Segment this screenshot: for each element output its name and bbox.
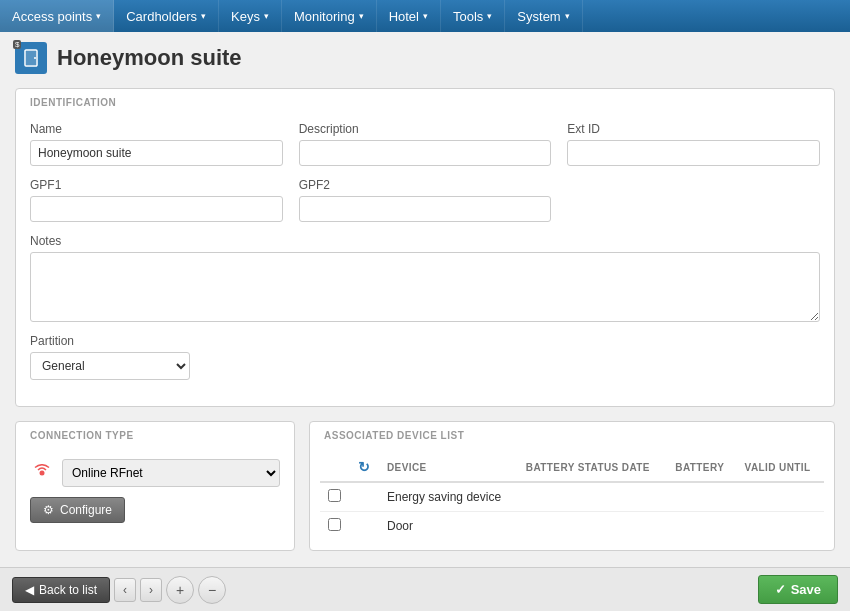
page-title: Honeymoon suite bbox=[57, 45, 242, 71]
row1-checkbox[interactable] bbox=[328, 489, 341, 502]
row1-device: Energy saving device bbox=[379, 482, 518, 512]
add-button[interactable]: + bbox=[166, 576, 194, 604]
back-to-list-label: Back to list bbox=[39, 583, 97, 597]
configure-label: Configure bbox=[60, 503, 112, 517]
door-icon bbox=[22, 49, 40, 67]
form-row-2: GPF1 GPF2 bbox=[30, 178, 820, 222]
nav-system-label: System bbox=[517, 9, 560, 24]
nav-hotel-chevron: ▾ bbox=[423, 11, 428, 21]
form-group-empty bbox=[567, 178, 820, 222]
row2-valid-until bbox=[737, 512, 824, 541]
nav-cardholders-chevron: ▾ bbox=[201, 11, 206, 21]
bottom-bar: ◀ Back to list ‹ › + − ✓ Save bbox=[0, 567, 850, 611]
col-header-battery: Battery bbox=[667, 453, 736, 482]
back-to-list-button[interactable]: ◀ Back to list bbox=[12, 577, 110, 603]
nav-monitoring-label: Monitoring bbox=[294, 9, 355, 24]
name-label: Name bbox=[30, 122, 283, 136]
col-header-refresh: ↻ bbox=[349, 453, 379, 482]
device-list-body: ↻ Device Battery Status Date Battery Val… bbox=[310, 445, 834, 550]
nav-keys[interactable]: Keys ▾ bbox=[219, 0, 282, 32]
delete-button[interactable]: − bbox=[198, 576, 226, 604]
row1-battery bbox=[667, 482, 736, 512]
device-table-head: ↻ Device Battery Status Date Battery Val… bbox=[320, 453, 824, 482]
row2-checkbox[interactable] bbox=[328, 518, 341, 531]
svg-point-2 bbox=[34, 57, 36, 59]
refresh-icon[interactable]: ↻ bbox=[358, 459, 370, 475]
connection-type-select[interactable]: Online RFnet Offline Wired bbox=[62, 459, 280, 487]
description-input[interactable] bbox=[299, 140, 552, 166]
form-group-notes: Notes bbox=[30, 234, 820, 322]
device-list-panel: Associated Device List ↻ Device Battery … bbox=[309, 421, 835, 551]
nav-monitoring[interactable]: Monitoring ▾ bbox=[282, 0, 377, 32]
back-arrow-icon: ◀ bbox=[25, 583, 34, 597]
nav-tools-chevron: ▾ bbox=[487, 11, 492, 21]
nav-keys-label: Keys bbox=[231, 9, 260, 24]
form-row-partition: Partition General Partition 1 Partition … bbox=[30, 334, 820, 380]
nav-tools[interactable]: Tools ▾ bbox=[441, 0, 505, 32]
lower-panels: Connection Type Online RFnet Offline bbox=[15, 421, 835, 565]
page-icon: $ bbox=[15, 42, 47, 74]
rfnet-icon bbox=[30, 464, 54, 482]
gpf1-input[interactable] bbox=[30, 196, 283, 222]
nav-access-points[interactable]: Access points ▾ bbox=[0, 0, 114, 32]
page-content: $ Honeymoon suite Identification Name De… bbox=[0, 32, 850, 611]
form-group-description: Description bbox=[299, 122, 552, 166]
save-label: Save bbox=[791, 582, 821, 597]
name-input[interactable] bbox=[30, 140, 283, 166]
nav-system[interactable]: System ▾ bbox=[505, 0, 582, 32]
device-list-section-label: Associated Device List bbox=[310, 422, 834, 445]
partition-select[interactable]: General Partition 1 Partition 2 bbox=[30, 352, 190, 380]
col-header-valid-until: Valid Until bbox=[737, 453, 824, 482]
form-group-gpf1: GPF1 bbox=[30, 178, 283, 222]
device-table-body: Energy saving device Door bbox=[320, 482, 824, 540]
col-header-check bbox=[320, 453, 349, 482]
configure-button[interactable]: ⚙ Configure bbox=[30, 497, 125, 523]
nav-hotel[interactable]: Hotel ▾ bbox=[377, 0, 441, 32]
nav-access-points-label: Access points bbox=[12, 9, 92, 24]
gpf2-input[interactable] bbox=[299, 196, 552, 222]
row2-device: Door bbox=[379, 512, 518, 541]
nav-access-points-chevron: ▾ bbox=[96, 11, 101, 21]
col-header-device: Device bbox=[379, 453, 518, 482]
ext-id-input[interactable] bbox=[567, 140, 820, 166]
identification-panel-body: Name Description Ext ID GPF1 bbox=[16, 112, 834, 406]
save-button[interactable]: ✓ Save bbox=[758, 575, 838, 604]
row2-refresh-cell bbox=[349, 512, 379, 541]
next-button[interactable]: › bbox=[140, 578, 162, 602]
row1-valid-until bbox=[737, 482, 824, 512]
navigation-bar: Access points ▾ Cardholders ▾ Keys ▾ Mon… bbox=[0, 0, 850, 32]
table-row: Door bbox=[320, 512, 824, 541]
device-table: ↻ Device Battery Status Date Battery Val… bbox=[320, 453, 824, 540]
table-row: Energy saving device bbox=[320, 482, 824, 512]
form-row-notes: Notes bbox=[30, 234, 820, 322]
page-icon-badge: $ bbox=[13, 40, 21, 49]
nav-hotel-label: Hotel bbox=[389, 9, 419, 24]
notes-textarea[interactable] bbox=[30, 252, 820, 322]
bottom-bar-left: ◀ Back to list ‹ › + − bbox=[12, 576, 226, 604]
nav-keys-chevron: ▾ bbox=[264, 11, 269, 21]
identification-panel: Identification Name Description Ext ID bbox=[15, 88, 835, 407]
gpf2-label: GPF2 bbox=[299, 178, 552, 192]
gpf1-label: GPF1 bbox=[30, 178, 283, 192]
device-table-header-row: ↻ Device Battery Status Date Battery Val… bbox=[320, 453, 824, 482]
row2-battery-status bbox=[518, 512, 668, 541]
nav-tools-label: Tools bbox=[453, 9, 483, 24]
row1-check-cell bbox=[320, 482, 349, 512]
description-label: Description bbox=[299, 122, 552, 136]
nav-system-chevron: ▾ bbox=[565, 11, 570, 21]
form-group-partition: Partition General Partition 1 Partition … bbox=[30, 334, 190, 380]
row2-check-cell bbox=[320, 512, 349, 541]
nav-monitoring-chevron: ▾ bbox=[359, 11, 364, 21]
form-group-name: Name bbox=[30, 122, 283, 166]
configure-gear-icon: ⚙ bbox=[43, 503, 54, 517]
connection-type-body: Online RFnet Offline Wired ⚙ Configure bbox=[16, 445, 294, 537]
form-row-1: Name Description Ext ID bbox=[30, 122, 820, 166]
prev-button[interactable]: ‹ bbox=[114, 578, 136, 602]
row1-battery-status bbox=[518, 482, 668, 512]
nav-cardholders[interactable]: Cardholders ▾ bbox=[114, 0, 219, 32]
form-group-ext-id: Ext ID bbox=[567, 122, 820, 166]
connection-select-row: Online RFnet Offline Wired bbox=[30, 459, 280, 487]
next-icon: › bbox=[149, 583, 153, 597]
col-header-battery-status: Battery Status Date bbox=[518, 453, 668, 482]
connection-type-label: Connection Type bbox=[16, 422, 294, 445]
